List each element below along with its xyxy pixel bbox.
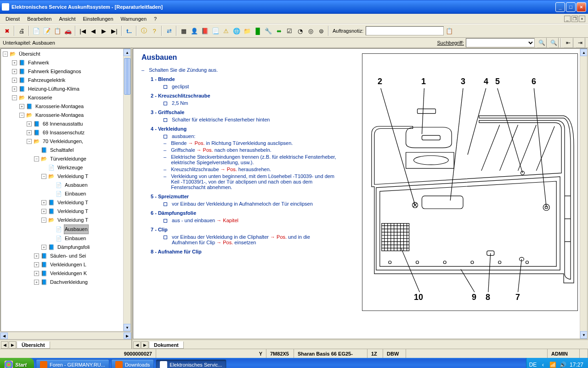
hscroll-left-icon[interactable]: ◀ — [0, 333, 8, 339]
tool-wrench-icon[interactable]: 🔧 — [263, 26, 273, 36]
tool-prev-icon[interactable]: ◀ — [88, 26, 98, 36]
tool-rings-icon[interactable]: ⊚ — [316, 26, 326, 36]
mdi-restore-button[interactable]: ❐ — [571, 16, 578, 22]
tab-nav-first[interactable]: ◀ — [1, 341, 8, 349]
tree-item[interactable]: +📘Dachverkleidung — [2, 278, 130, 287]
menu-dienst[interactable]: Dienst — [2, 15, 23, 23]
tool-car-icon[interactable]: 🚗 — [63, 26, 73, 36]
tool-check-icon[interactable]: ☑ — [284, 26, 294, 36]
mdi-minimize-button[interactable]: _ — [564, 16, 571, 22]
start-button[interactable]: Start — [0, 358, 34, 368]
taskbar-item[interactable]: Foren - GERMANY.RU... — [36, 359, 109, 368]
rtab-nav-prev[interactable]: ▶ — [141, 341, 148, 349]
tool-globe-icon[interactable]: 🌐 — [232, 26, 242, 36]
scroll-thumb[interactable] — [124, 58, 130, 95]
tool-doc-icon[interactable]: 📃 — [210, 26, 220, 36]
tool-note-icon[interactable]: 📋 — [444, 26, 454, 36]
tray-volume-icon[interactable]: 🔊 — [560, 361, 567, 368]
tree-item[interactable]: +📘69 Insassenschutz — [2, 128, 130, 137]
tree-hscrollbar[interactable]: ◀ ▶ — [0, 332, 131, 339]
tab-nav-prev[interactable]: ▶ — [9, 341, 16, 349]
tool-grid-icon[interactable]: ▦ — [179, 26, 189, 36]
tree-item[interactable]: −📂Übersicht — [2, 50, 130, 58]
tree-item[interactable]: +📘Fahrzeugelektrik — [2, 76, 130, 85]
tree-item[interactable]: +📘Verkleidungen K — [2, 269, 130, 278]
menu-warnungen[interactable]: Warnungen — [117, 15, 150, 23]
tool-new-icon[interactable]: 📄 — [31, 26, 41, 36]
back-button[interactable]: ⇤ — [563, 38, 573, 48]
tree-item[interactable]: 📄Einbauen — [2, 234, 130, 243]
maximize-button[interactable]: □ — [566, 2, 576, 12]
tool-green-icon[interactable]: █ — [253, 26, 263, 36]
tab-dokument[interactable]: Dokument — [149, 341, 184, 349]
menu-ansicht[interactable]: Ansicht — [55, 15, 79, 23]
scroll-up-icon[interactable]: ▲ — [124, 49, 131, 56]
tree-item[interactable]: 📄Ausbauen — [2, 224, 130, 234]
tree-item[interactable]: +📘Fahrwerk — [2, 58, 130, 67]
hscroll-right-icon[interactable]: ▶ — [124, 333, 131, 339]
tree-item[interactable]: −📂Verkleidung T — [2, 172, 130, 181]
taskbar-item-active[interactable]: Elektronisches Servic... — [156, 359, 226, 368]
tab-uebersicht[interactable]: Übersicht — [17, 341, 50, 349]
rtab-nav-first[interactable]: ◀ — [133, 341, 141, 349]
tool-last-icon[interactable]: ▶| — [109, 26, 119, 36]
tool-info-icon[interactable]: ⓘ — [139, 26, 149, 36]
tree-item[interactable]: 📄Einbauen — [2, 190, 130, 198]
document-view[interactable]: AusbauenSchalten Sie die Zündung aus.1 -… — [133, 48, 588, 339]
tree-item[interactable]: +📘Dämpfungsfoli — [2, 243, 130, 252]
tool-cancel-icon[interactable]: ✖ — [2, 26, 12, 36]
tool-folder-icon[interactable]: 📁 — [242, 26, 252, 36]
tree-item[interactable]: 📄Ausbauen — [2, 181, 130, 190]
tree-item[interactable]: +📘68 Innenausstattu — [2, 120, 130, 128]
tree-item[interactable]: +📘Verkleidungen L — [2, 260, 130, 269]
tree-item[interactable]: −📂Karosserie — [2, 93, 130, 102]
tree-scrollbar[interactable]: ▲ ▼ — [123, 49, 130, 331]
tool-help-icon[interactable]: ? — [149, 26, 159, 36]
scroll-down-icon[interactable]: ▼ — [124, 324, 131, 331]
tool-list-icon[interactable]: 📋 — [52, 26, 62, 36]
minimize-button[interactable]: _ — [555, 2, 565, 12]
tree-item[interactable]: +📘Fahrwerk Eigendiagnos — [2, 67, 130, 76]
tree-item[interactable]: −📂Verkleidung T — [2, 216, 130, 224]
tree-item[interactable]: −📂Karosserie-Montagea — [2, 111, 130, 120]
auftragsnotiz-input[interactable] — [366, 26, 444, 35]
doc-scroll-down-icon[interactable]: ▼ — [580, 331, 588, 339]
tool-print-icon[interactable]: 🖨 — [17, 26, 27, 36]
tool-edit-icon[interactable]: 📝 — [42, 26, 52, 36]
search-next-button[interactable]: 🔍 — [548, 38, 559, 48]
tool-person-icon[interactable]: 👤 — [189, 26, 199, 36]
tree-item[interactable]: 📄Werkzeuge — [2, 163, 130, 172]
tree-item[interactable]: +📘Verkleidung T — [2, 198, 130, 207]
tool-target-icon[interactable]: ◎ — [305, 26, 316, 36]
tool-gauge-icon[interactable]: ◔ — [295, 26, 305, 36]
tree-item[interactable]: −📂Türverkleidunge — [2, 155, 130, 163]
close-button[interactable]: × — [577, 2, 586, 12]
tree-item[interactable]: +📘Karosserie-Montagea — [2, 102, 130, 111]
tool-book-icon[interactable]: 📕 — [200, 26, 210, 36]
taskbar-item[interactable]: Downloads — [111, 359, 154, 368]
menu-einstellungen[interactable]: Einstellungen — [79, 15, 117, 23]
tool-first-icon[interactable]: |◀ — [78, 26, 88, 36]
tray-clock[interactable]: 17:27 — [570, 362, 583, 368]
menu-bearbeiten[interactable]: Bearbeiten — [23, 15, 55, 23]
tree-item[interactable]: −📂70 Verkleidungen, — [2, 137, 130, 146]
tray-chevron-icon[interactable]: ‹ — [539, 361, 547, 368]
tree-item[interactable]: +📘Heizung-Lüftung-Klima — [2, 85, 130, 93]
search-input[interactable] — [466, 38, 535, 47]
search-button[interactable]: 🔍 — [537, 38, 547, 48]
menu-help[interactable]: ? — [150, 15, 160, 23]
forward-button[interactable]: ⇥ — [575, 38, 585, 48]
tree-item[interactable]: 📘Schalttafel — [2, 146, 130, 155]
doc-scrollbar[interactable]: ▲ ▼ — [580, 49, 587, 339]
tree-item[interactable]: +📘Verkleidung T — [2, 207, 130, 216]
tray-lang[interactable]: DE — [529, 361, 537, 368]
tree-item[interactable]: +📘Säulen- und Sei — [2, 252, 130, 260]
tool-warn-icon[interactable]: ⚠ — [221, 26, 231, 36]
doc-scroll-up-icon[interactable]: ▲ — [580, 49, 588, 56]
tool-next-icon[interactable]: ▶ — [99, 26, 109, 36]
tray-network-icon[interactable]: 📶 — [549, 361, 557, 368]
mdi-close-button[interactable]: × — [579, 16, 585, 22]
tool-sync-icon[interactable]: ⇄ — [164, 26, 174, 36]
tool-link-icon[interactable]: ⬌ — [274, 26, 284, 36]
tool-t-button[interactable]: t.. — [124, 26, 134, 36]
